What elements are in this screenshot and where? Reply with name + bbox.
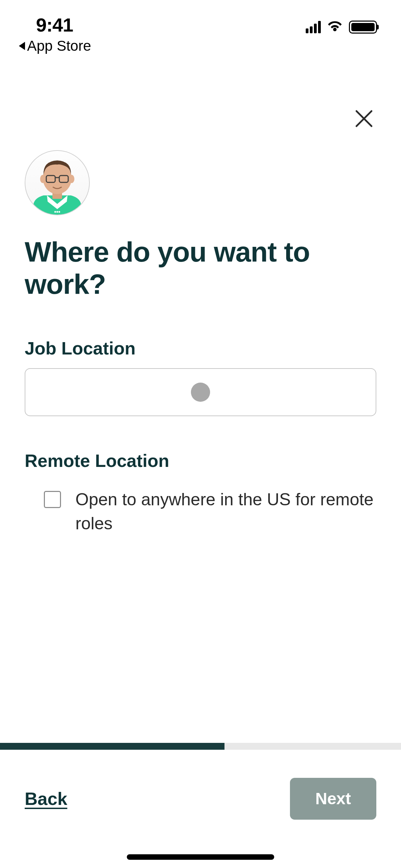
- cellular-signal-icon: [306, 21, 321, 33]
- page-title: Where do you want to work?: [25, 236, 376, 300]
- progress-fill: [0, 743, 224, 750]
- back-button[interactable]: Back: [25, 788, 67, 809]
- remote-checkbox-row[interactable]: Open to anywhere in the US for remote ro…: [44, 487, 376, 535]
- back-to-app-store[interactable]: App Store: [0, 38, 401, 54]
- wifi-icon: [327, 21, 343, 33]
- battery-icon: [349, 21, 377, 34]
- remote-checkbox-label: Open to anywhere in the US for remote ro…: [75, 487, 376, 535]
- footer-nav: Back Next: [0, 750, 401, 868]
- remote-location-label: Remote Location: [25, 450, 376, 471]
- svg-point-5: [69, 175, 74, 183]
- back-to-app-label: App Store: [27, 38, 91, 54]
- close-button[interactable]: [352, 106, 376, 131]
- user-avatar: [25, 150, 90, 215]
- remote-checkbox[interactable]: [44, 491, 61, 508]
- svg-point-11: [59, 211, 60, 213]
- job-location-label: Job Location: [25, 338, 376, 359]
- job-location-input[interactable]: [25, 368, 376, 416]
- status-time: 9:41: [36, 14, 73, 36]
- next-button[interactable]: Next: [290, 778, 376, 820]
- status-icons: [306, 14, 377, 34]
- loading-spinner-icon: [191, 383, 210, 402]
- back-triangle-icon: [19, 42, 25, 50]
- svg-point-10: [57, 211, 58, 213]
- progress-track: [0, 743, 401, 750]
- svg-point-4: [40, 175, 46, 183]
- home-indicator[interactable]: [127, 854, 274, 860]
- close-icon: [355, 110, 373, 128]
- svg-point-9: [54, 211, 56, 213]
- avatar-container: [25, 150, 401, 215]
